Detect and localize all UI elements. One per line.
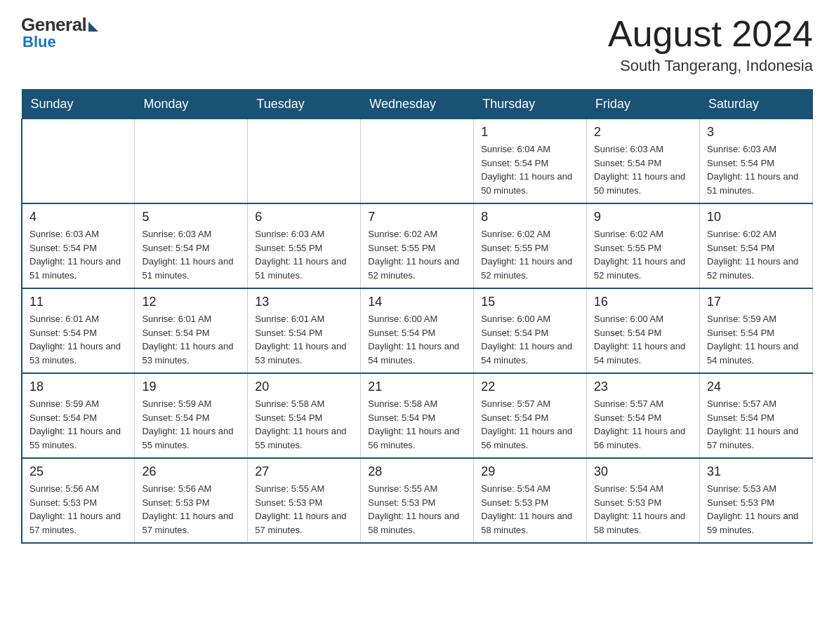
calendar-cell: 7Sunrise: 6:02 AM Sunset: 5:55 PM Daylig… xyxy=(361,203,474,288)
day-number: 9 xyxy=(594,210,692,224)
day-number: 29 xyxy=(481,464,579,479)
day-info: Sunrise: 6:03 AM Sunset: 5:54 PM Dayligh… xyxy=(29,227,127,282)
day-number: 16 xyxy=(594,295,692,309)
day-header-sunday: Sunday xyxy=(22,90,135,119)
day-number: 19 xyxy=(142,380,240,394)
calendar-cell: 4Sunrise: 6:03 AM Sunset: 5:54 PM Daylig… xyxy=(22,203,135,288)
day-info: Sunrise: 5:58 AM Sunset: 5:54 PM Dayligh… xyxy=(368,397,466,452)
calendar-cell xyxy=(22,119,135,204)
day-number: 3 xyxy=(707,125,805,140)
day-info: Sunrise: 6:02 AM Sunset: 5:55 PM Dayligh… xyxy=(594,227,692,282)
day-header-tuesday: Tuesday xyxy=(248,90,361,119)
day-header-thursday: Thursday xyxy=(474,90,587,119)
day-number: 22 xyxy=(481,380,579,394)
calendar-cell: 26Sunrise: 5:56 AM Sunset: 5:53 PM Dayli… xyxy=(135,458,248,543)
day-info: Sunrise: 5:56 AM Sunset: 5:53 PM Dayligh… xyxy=(29,482,127,537)
calendar-header-row: SundayMondayTuesdayWednesdayThursdayFrid… xyxy=(22,90,813,119)
day-number: 27 xyxy=(255,464,353,479)
day-info: Sunrise: 5:59 AM Sunset: 5:54 PM Dayligh… xyxy=(707,312,805,367)
calendar-cell: 25Sunrise: 5:56 AM Sunset: 5:53 PM Dayli… xyxy=(22,458,135,543)
day-info: Sunrise: 6:00 AM Sunset: 5:54 PM Dayligh… xyxy=(481,312,579,367)
calendar-week-row: 18Sunrise: 5:59 AM Sunset: 5:54 PM Dayli… xyxy=(22,373,813,458)
day-info: Sunrise: 6:01 AM Sunset: 5:54 PM Dayligh… xyxy=(29,312,127,367)
calendar-week-row: 1Sunrise: 6:04 AM Sunset: 5:54 PM Daylig… xyxy=(22,119,813,204)
day-info: Sunrise: 5:58 AM Sunset: 5:54 PM Dayligh… xyxy=(255,397,353,452)
calendar-cell: 12Sunrise: 6:01 AM Sunset: 5:54 PM Dayli… xyxy=(135,288,248,373)
calendar-cell: 11Sunrise: 6:01 AM Sunset: 5:54 PM Dayli… xyxy=(22,288,135,373)
day-number: 31 xyxy=(707,464,805,479)
calendar-cell: 9Sunrise: 6:02 AM Sunset: 5:55 PM Daylig… xyxy=(587,203,700,288)
day-number: 25 xyxy=(29,464,127,479)
day-info: Sunrise: 6:03 AM Sunset: 5:55 PM Dayligh… xyxy=(255,227,353,282)
calendar-cell: 30Sunrise: 5:54 AM Sunset: 5:53 PM Dayli… xyxy=(587,458,700,543)
calendar-table: SundayMondayTuesdayWednesdayThursdayFrid… xyxy=(21,89,813,544)
day-info: Sunrise: 5:54 AM Sunset: 5:53 PM Dayligh… xyxy=(594,482,692,537)
day-number: 1 xyxy=(481,125,579,140)
day-number: 4 xyxy=(29,210,127,224)
day-header-friday: Friday xyxy=(587,90,700,119)
day-number: 11 xyxy=(29,295,127,309)
day-number: 26 xyxy=(142,464,240,479)
calendar-cell: 29Sunrise: 5:54 AM Sunset: 5:53 PM Dayli… xyxy=(474,458,587,543)
day-number: 18 xyxy=(29,380,127,394)
calendar-cell: 22Sunrise: 5:57 AM Sunset: 5:54 PM Dayli… xyxy=(474,373,587,458)
logo: General Blue xyxy=(21,14,98,51)
logo-blue-text: Blue xyxy=(22,33,56,51)
day-header-saturday: Saturday xyxy=(700,90,813,119)
calendar-cell: 23Sunrise: 5:57 AM Sunset: 5:54 PM Dayli… xyxy=(587,373,700,458)
calendar-cell: 6Sunrise: 6:03 AM Sunset: 5:55 PM Daylig… xyxy=(248,203,361,288)
day-number: 13 xyxy=(255,295,353,309)
calendar-cell: 8Sunrise: 6:02 AM Sunset: 5:55 PM Daylig… xyxy=(474,203,587,288)
day-info: Sunrise: 5:55 AM Sunset: 5:53 PM Dayligh… xyxy=(255,482,353,537)
day-number: 12 xyxy=(142,295,240,309)
calendar-cell: 20Sunrise: 5:58 AM Sunset: 5:54 PM Dayli… xyxy=(248,373,361,458)
day-info: Sunrise: 5:56 AM Sunset: 5:53 PM Dayligh… xyxy=(142,482,240,537)
day-number: 23 xyxy=(594,380,692,394)
header: General Blue August 2024 South Tangerang… xyxy=(21,14,813,75)
calendar-cell: 1Sunrise: 6:04 AM Sunset: 5:54 PM Daylig… xyxy=(474,119,587,204)
day-number: 17 xyxy=(707,295,805,309)
day-number: 20 xyxy=(255,380,353,394)
day-number: 14 xyxy=(368,295,466,309)
day-info: Sunrise: 6:00 AM Sunset: 5:54 PM Dayligh… xyxy=(368,312,466,367)
day-info: Sunrise: 5:54 AM Sunset: 5:53 PM Dayligh… xyxy=(481,482,579,537)
month-title: August 2024 xyxy=(608,14,813,54)
calendar-week-row: 4Sunrise: 6:03 AM Sunset: 5:54 PM Daylig… xyxy=(22,203,813,288)
calendar-cell: 28Sunrise: 5:55 AM Sunset: 5:53 PM Dayli… xyxy=(361,458,474,543)
calendar-cell: 2Sunrise: 6:03 AM Sunset: 5:54 PM Daylig… xyxy=(587,119,700,204)
day-number: 21 xyxy=(368,380,466,394)
day-number: 10 xyxy=(707,210,805,224)
day-info: Sunrise: 5:57 AM Sunset: 5:54 PM Dayligh… xyxy=(707,397,805,452)
day-header-wednesday: Wednesday xyxy=(361,90,474,119)
calendar-cell: 18Sunrise: 5:59 AM Sunset: 5:54 PM Dayli… xyxy=(22,373,135,458)
calendar-week-row: 25Sunrise: 5:56 AM Sunset: 5:53 PM Dayli… xyxy=(22,458,813,543)
calendar-cell: 5Sunrise: 6:03 AM Sunset: 5:54 PM Daylig… xyxy=(135,203,248,288)
day-info: Sunrise: 6:00 AM Sunset: 5:54 PM Dayligh… xyxy=(594,312,692,367)
day-info: Sunrise: 6:02 AM Sunset: 5:55 PM Dayligh… xyxy=(481,227,579,282)
day-number: 24 xyxy=(707,380,805,394)
calendar-cell: 19Sunrise: 5:59 AM Sunset: 5:54 PM Dayli… xyxy=(135,373,248,458)
calendar-week-row: 11Sunrise: 6:01 AM Sunset: 5:54 PM Dayli… xyxy=(22,288,813,373)
day-info: Sunrise: 6:03 AM Sunset: 5:54 PM Dayligh… xyxy=(142,227,240,282)
day-info: Sunrise: 5:57 AM Sunset: 5:54 PM Dayligh… xyxy=(594,397,692,452)
day-number: 7 xyxy=(368,210,466,224)
calendar-cell: 14Sunrise: 6:00 AM Sunset: 5:54 PM Dayli… xyxy=(361,288,474,373)
day-number: 15 xyxy=(481,295,579,309)
day-info: Sunrise: 6:02 AM Sunset: 5:54 PM Dayligh… xyxy=(707,227,805,282)
day-info: Sunrise: 6:01 AM Sunset: 5:54 PM Dayligh… xyxy=(255,312,353,367)
calendar-cell: 27Sunrise: 5:55 AM Sunset: 5:53 PM Dayli… xyxy=(248,458,361,543)
calendar-cell: 15Sunrise: 6:00 AM Sunset: 5:54 PM Dayli… xyxy=(474,288,587,373)
day-number: 2 xyxy=(594,125,692,140)
calendar-cell: 3Sunrise: 6:03 AM Sunset: 5:54 PM Daylig… xyxy=(700,119,813,204)
logo-arrow-icon xyxy=(88,22,98,32)
day-number: 28 xyxy=(368,464,466,479)
day-info: Sunrise: 6:04 AM Sunset: 5:54 PM Dayligh… xyxy=(481,142,579,197)
day-number: 5 xyxy=(142,210,240,224)
calendar-cell xyxy=(135,119,248,204)
calendar-cell xyxy=(361,119,474,204)
day-info: Sunrise: 6:01 AM Sunset: 5:54 PM Dayligh… xyxy=(142,312,240,367)
day-info: Sunrise: 6:02 AM Sunset: 5:55 PM Dayligh… xyxy=(368,227,466,282)
day-info: Sunrise: 5:57 AM Sunset: 5:54 PM Dayligh… xyxy=(481,397,579,452)
calendar-cell: 13Sunrise: 6:01 AM Sunset: 5:54 PM Dayli… xyxy=(248,288,361,373)
calendar-cell: 31Sunrise: 5:53 AM Sunset: 5:53 PM Dayli… xyxy=(700,458,813,543)
